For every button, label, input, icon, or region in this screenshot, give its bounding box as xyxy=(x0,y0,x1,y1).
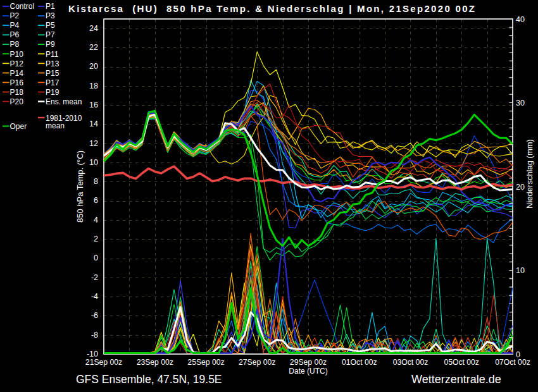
svg-text:P13: P13 xyxy=(46,59,59,68)
svg-text:P19: P19 xyxy=(46,88,59,97)
svg-text:30: 30 xyxy=(516,99,525,107)
svg-text:P9: P9 xyxy=(46,40,55,49)
svg-text:P11: P11 xyxy=(46,50,59,59)
svg-text:P5: P5 xyxy=(46,21,55,30)
svg-text:P8: P8 xyxy=(10,40,20,49)
svg-text:21Sep 00z: 21Sep 00z xyxy=(85,358,122,367)
svg-text:03Oct 00z: 03Oct 00z xyxy=(393,358,429,367)
svg-text:27Sep 00z: 27Sep 00z xyxy=(239,358,275,367)
svg-text:P7: P7 xyxy=(46,30,55,39)
svg-text:P1: P1 xyxy=(46,2,55,11)
svg-text:-10: -10 xyxy=(87,350,98,358)
svg-text:P10: P10 xyxy=(10,50,24,59)
svg-text:-6: -6 xyxy=(91,311,98,320)
svg-text:6: 6 xyxy=(94,196,98,205)
svg-text:P3: P3 xyxy=(46,11,55,20)
svg-text:Ens. mean: Ens. mean xyxy=(46,97,82,106)
svg-text:Control: Control xyxy=(10,2,35,11)
svg-text:P2: P2 xyxy=(10,11,20,20)
svg-text:4: 4 xyxy=(94,216,98,224)
svg-text:07Oct 00z: 07Oct 00z xyxy=(495,358,530,367)
svg-text:P15: P15 xyxy=(46,69,59,78)
svg-text:P16: P16 xyxy=(10,78,24,87)
svg-text:24: 24 xyxy=(89,24,98,33)
svg-text:mean: mean xyxy=(46,121,65,130)
svg-text:14: 14 xyxy=(89,119,98,128)
svg-text:Wetterzentrale.de: Wetterzentrale.de xyxy=(411,373,501,386)
svg-text:850 hPa Temp. (°C): 850 hPa Temp. (°C) xyxy=(75,150,85,223)
svg-text:22: 22 xyxy=(89,43,98,52)
svg-text:-2: -2 xyxy=(91,273,98,282)
svg-text:01Oct 00z: 01Oct 00z xyxy=(342,358,377,367)
svg-text:8: 8 xyxy=(94,177,98,186)
svg-text:10: 10 xyxy=(89,158,98,167)
svg-text:12: 12 xyxy=(89,139,98,148)
svg-text:P14: P14 xyxy=(10,69,24,78)
svg-text:2: 2 xyxy=(94,235,98,243)
svg-text:0: 0 xyxy=(94,254,98,262)
svg-text:Niederschlag (mm): Niederschlag (mm) xyxy=(525,139,534,209)
svg-text:P12: P12 xyxy=(10,59,24,68)
svg-text:16: 16 xyxy=(89,101,98,109)
svg-text:GFS Ensemble, 47.5N, 19.5E: GFS Ensemble, 47.5N, 19.5E xyxy=(76,373,222,386)
svg-text:-8: -8 xyxy=(91,331,98,340)
svg-text:29Sep 00z: 29Sep 00z xyxy=(290,358,327,367)
svg-text:Kistarcsa (HU) 850 hPa Temp.: Kistarcsa (HU) 850 hPa Temp. & Niedersch… xyxy=(68,3,476,14)
svg-text:25Sep 00z: 25Sep 00z xyxy=(187,358,224,367)
svg-text:05Oct 00z: 05Oct 00z xyxy=(444,358,479,367)
svg-text:23Sep 00z: 23Sep 00z xyxy=(137,358,173,367)
svg-text:P4: P4 xyxy=(10,21,20,30)
svg-text:P20: P20 xyxy=(10,97,24,106)
svg-text:P6: P6 xyxy=(10,30,20,39)
svg-text:20: 20 xyxy=(89,62,98,71)
svg-text:P17: P17 xyxy=(46,78,59,87)
svg-text:10: 10 xyxy=(516,266,525,275)
svg-text:Oper: Oper xyxy=(10,122,27,131)
svg-text:-4: -4 xyxy=(91,292,98,301)
svg-text:18: 18 xyxy=(89,82,98,90)
svg-text:40: 40 xyxy=(516,15,525,24)
svg-text:20: 20 xyxy=(516,183,525,192)
svg-text:Date (UTC): Date (UTC) xyxy=(289,367,327,376)
svg-text:P18: P18 xyxy=(10,88,24,97)
